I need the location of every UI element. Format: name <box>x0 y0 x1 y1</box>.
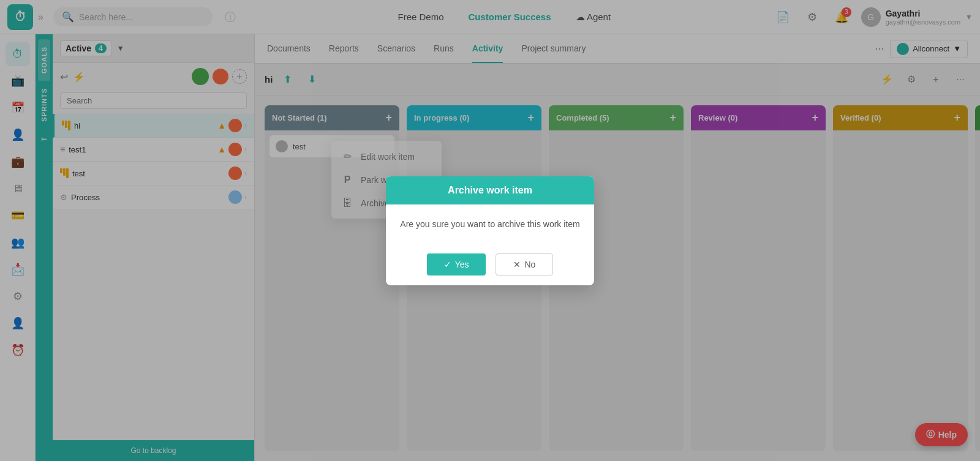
dialog-overlay: Archive work item Are you sure you want … <box>0 0 980 461</box>
checkmark-icon: ✓ <box>444 260 451 269</box>
dialog-header: Archive work item <box>386 176 594 204</box>
dialog-box: Archive work item Are you sure you want … <box>386 176 594 285</box>
dialog-yes-button[interactable]: ✓ Yes <box>427 253 486 275</box>
no-label: No <box>524 260 535 269</box>
dialog-footer: ✓ Yes ✕ No <box>386 244 594 285</box>
dialog-body: Are you sure you want to archive this wo… <box>386 204 594 244</box>
dialog-title: Archive work item <box>448 185 532 195</box>
dialog-no-button[interactable]: ✕ No <box>496 253 553 275</box>
dialog-message: Are you sure you want to archive this wo… <box>400 219 579 229</box>
close-icon: ✕ <box>513 260 521 269</box>
yes-label: Yes <box>455 260 469 269</box>
